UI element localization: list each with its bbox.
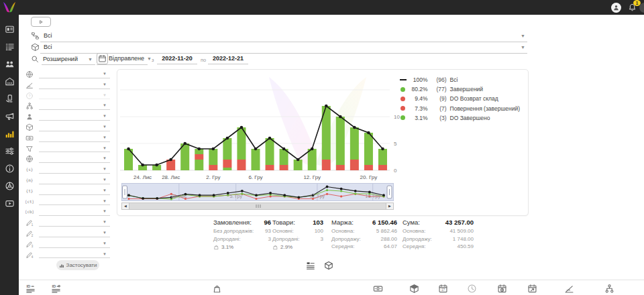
stat-title-row: Замовлення:96 [213, 219, 271, 228]
nav-dashboard[interactable] [0, 20, 19, 38]
scroll-left-arrow[interactable]: ◀ [122, 203, 129, 209]
chart-range-navigator[interactable]: 28. Лис5. Гру12. Гру19. Гру [121, 183, 394, 201]
filter-utm-campaign[interactable]: {cb}▼ [25, 207, 110, 218]
legend-item[interactable]: 7.3%(7)Повернення (завершений) [398, 104, 520, 113]
utm-term-icon: {t} [25, 187, 34, 195]
tool-calendar-clock[interactable] [497, 284, 507, 294]
filter-product-underline [39, 131, 110, 131]
scroll-right-arrow[interactable]: ▶ [386, 203, 393, 209]
search-mode-select[interactable]: Розширений ▼ [42, 54, 95, 65]
search-icon [31, 55, 39, 63]
filter-utm-content[interactable]: {ct}▼ [25, 197, 110, 208]
tool-clock[interactable] [467, 284, 477, 294]
tool-funnel-stage[interactable] [564, 284, 574, 294]
stat-column: Маржа:6 150.46Основна:5 862.46Допродажу:… [331, 219, 397, 251]
svg-text:1: 1 [32, 223, 34, 227]
filter-custom-2[interactable]: 2▼ [25, 229, 110, 239]
nav-callback[interactable] [0, 90, 19, 107]
settings-icon [5, 146, 15, 156]
date-to-input[interactable]: 2022-12-21 [208, 54, 248, 64]
stat-sub-value: 5 862.46 [376, 228, 397, 236]
legend-percent: 9.4% [408, 95, 428, 102]
chevron-down-icon: ▼ [103, 125, 107, 129]
tool-id-list[interactable]: ID [25, 284, 36, 294]
nav-settings[interactable] [0, 142, 19, 160]
tool-id-card[interactable]: ID [51, 284, 61, 294]
filter-utm-medium[interactable]: {m}▼ [25, 176, 110, 186]
nav-marketing[interactable] [0, 107, 19, 125]
filter-payment[interactable]: ▼ [25, 133, 110, 144]
filter-manager[interactable]: ▼ [25, 112, 110, 123]
filter-custom-3[interactable]: 3▼ [25, 239, 110, 250]
filter-funnel-stage[interactable]: ▼ [25, 80, 110, 91]
stat-title: Сума: [402, 219, 420, 228]
info-icon [5, 164, 15, 174]
apply-label: Застосувати [66, 262, 97, 268]
stat-value: 96 [264, 219, 271, 228]
legend-item[interactable]: 80.2%(77)Завершений [398, 84, 520, 94]
status-filter-select[interactable]: Всі ▼ [31, 31, 527, 42]
filter-utm-term-underline [39, 194, 110, 195]
legend-label: DO Возврат склад [450, 95, 498, 102]
filter-product[interactable]: ▼ [25, 123, 110, 133]
filter-custom-1-underline [39, 226, 110, 227]
toggle-orders-view[interactable] [306, 261, 315, 270]
nav-clients[interactable] [0, 55, 19, 72]
filter-utm-source[interactable]: {s}▼ [25, 165, 110, 176]
chevron-down-icon: ▼ [103, 167, 107, 171]
tool-bag[interactable] [212, 284, 222, 294]
tool-structure[interactable] [604, 284, 614, 294]
apply-filters-button[interactable]: Застосувати [56, 260, 99, 270]
date-from-input[interactable]: 2022-11-20 [157, 54, 197, 64]
toggle-products-view[interactable] [324, 261, 333, 270]
svg-text:{t}: {t} [26, 188, 34, 193]
tool-money[interactable] [373, 284, 383, 294]
secondary-avatar[interactable] [639, 3, 644, 13]
legend-count: (9) [428, 95, 447, 102]
chart-scrollbar[interactable]: ◀ ▶ [121, 202, 394, 210]
legend-item[interactable]: 100%(96)Всі [398, 75, 520, 84]
nav-warehouse[interactable] [0, 72, 19, 90]
date-from-label: з [152, 57, 154, 63]
legend-item[interactable]: 3.1%(3)DO Завершено [398, 113, 520, 123]
person-icon [612, 4, 620, 11]
user-avatar[interactable] [611, 3, 621, 13]
scrollbar-grip-icon[interactable] [254, 204, 263, 209]
filter-funnel-stage-underline [39, 88, 110, 89]
product-filter-value: Всі [44, 44, 52, 50]
filter-custom-4[interactable]: 4▼ [25, 250, 110, 261]
nav-video[interactable] [0, 194, 19, 212]
video-icon [5, 198, 15, 209]
filter-utm-source-underline [39, 173, 110, 174]
pencil-4-icon: 4 [25, 251, 34, 259]
tool-calendar-export[interactable] [527, 284, 537, 294]
stat-sub-value: 41 509.00 [449, 228, 474, 236]
svg-text:ID: ID [52, 284, 56, 288]
calendar-icon [97, 53, 108, 64]
date-type-value: Відправлене [109, 55, 144, 62]
video-tutorial-button[interactable] [31, 17, 51, 27]
notifications-button[interactable]: 1 [628, 3, 637, 13]
product-filter-select[interactable]: Всі ▼ [31, 42, 527, 54]
date-type-select[interactable]: Відправлене ▼ [97, 53, 148, 65]
nav-analytics[interactable] [0, 125, 19, 142]
nav-support[interactable] [0, 177, 19, 194]
stat-sub-label: Допродажу: [402, 236, 432, 244]
package-icon [31, 43, 40, 52]
filter-utm-term[interactable]: {t}▼ [25, 186, 110, 197]
app-logo-icon[interactable] [2, 1, 17, 13]
tool-package[interactable] [409, 284, 419, 294]
filter-site[interactable]: ▼ [25, 154, 110, 165]
filter-funnel[interactable]: ▼ [25, 144, 110, 155]
filter-custom-4-underline [39, 257, 110, 258]
stat-title: Товари: [272, 219, 295, 228]
filter-country[interactable]: ▼ [25, 70, 110, 80]
nav-orders[interactable] [0, 38, 19, 55]
stat-sub-label: Допродані: [213, 236, 241, 244]
filter-custom-1[interactable]: 1▼ [25, 218, 110, 229]
filter-structure[interactable]: ▼ [25, 101, 110, 112]
legend-item[interactable]: 9.4%(9)DO Возврат склад [398, 94, 520, 103]
tool-calendar-date[interactable]: 17 [438, 284, 448, 294]
chevron-down-icon: ▼ [88, 57, 93, 62]
nav-info[interactable] [0, 160, 19, 177]
